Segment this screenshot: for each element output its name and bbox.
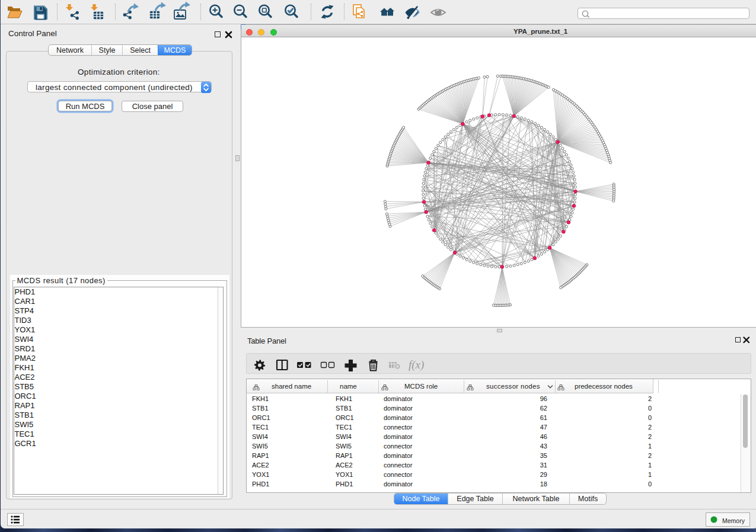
svg-text:f(x): f(x) xyxy=(409,358,424,371)
